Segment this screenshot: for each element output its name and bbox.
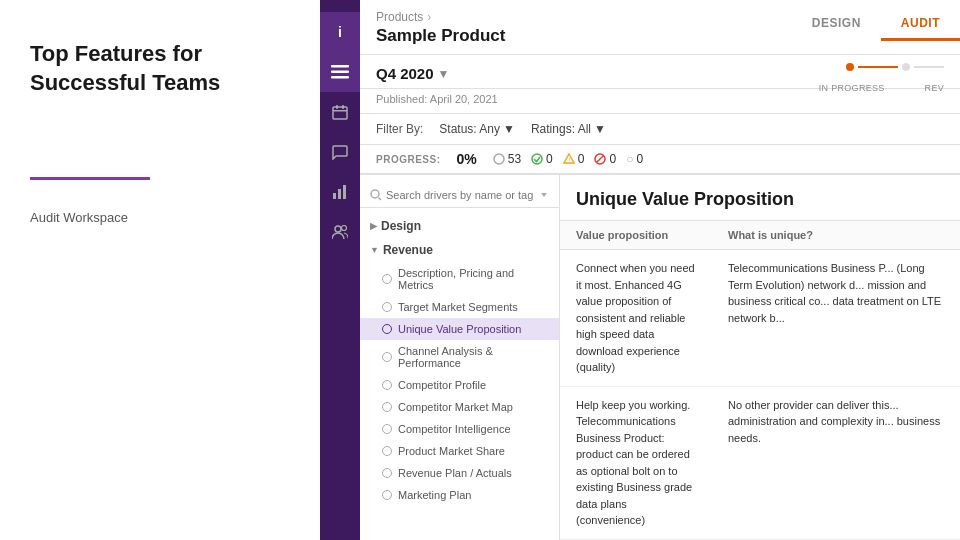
svg-point-12 [494,154,504,164]
quarter-label: Q4 2020 [376,65,434,82]
table-cell-value: Connect when you need it most. Enhanced … [560,250,712,387]
nav-tree: ▶ Design ▼ Revenue Description, Pricing … [360,175,560,540]
nav-icon-calendar[interactable] [320,92,360,132]
warning-icon: ! [563,153,575,165]
nav-icon-chart[interactable] [320,172,360,212]
prog-group-c1: 0 [531,152,553,166]
prog-group-c4: ○ 0 [626,152,643,166]
tree-child-market-share[interactable]: Product Market Share [360,440,559,462]
table-cell-unique: No other provider can deliver this... ad… [712,386,960,539]
item-dot [382,468,392,478]
design-label: Design [381,219,421,233]
timeline-line-2 [914,66,944,68]
tree-child-competitor-intel[interactable]: Competitor Intelligence [360,418,559,440]
workspace-label: Audit Workspace [30,210,290,225]
page-heading: Top Features for Successful Teams [30,40,290,97]
progress-row: PROGRESS: 0% 53 0 ! 0 0 [360,145,960,175]
published-label: Published: April 20, 2021 [376,93,498,105]
quarter-selector[interactable]: Q4 2020 ▼ [376,65,449,82]
item-dot [382,424,392,434]
sidebar-nav: i [320,0,360,540]
content-header: Products › Sample Product DESIGN AUDIT [360,0,960,55]
item-dot [382,302,392,312]
tree-child-uvp[interactable]: Unique Value Proposition [360,318,559,340]
progress-label: PROGRESS: [376,154,441,165]
timeline-review: REV [925,83,944,93]
zero-icon: ○ [626,152,633,166]
table-cell-value: Help keep you working. Telecommunication… [560,386,712,539]
content-panel: Products › Sample Product DESIGN AUDIT Q… [360,0,960,540]
table-cell-unique: Telecommunications Business P... (Long T… [712,250,960,387]
nav-icon-chat[interactable] [320,132,360,172]
item-dot [382,352,392,362]
svg-point-17 [371,190,379,198]
circle-icon [493,153,505,165]
left-panel: Top Features for Successful Teams Audit … [0,0,320,540]
svg-point-10 [335,226,341,232]
tree-child-competitor-map[interactable]: Competitor Market Map [360,396,559,418]
prog-group-c2: ! 0 [563,152,585,166]
tree-design-section: ▶ Design [360,214,559,238]
item-dot [382,380,392,390]
status-filter[interactable]: Status: Any ▼ [439,122,515,136]
timeline-dot-progress [846,63,854,71]
tree-child-competitor-profile[interactable]: Competitor Profile [360,374,559,396]
item-dot [382,402,392,412]
item-dot [382,446,392,456]
tree-child-marketing-plan[interactable]: Marketing Plan [360,484,559,506]
design-arrow: ▶ [370,221,377,231]
users-icon [332,225,348,239]
prog-group-total: 53 [493,152,521,166]
tree-parent-revenue[interactable]: ▼ Revenue [360,238,559,262]
svg-point-13 [532,154,542,164]
chat-icon [332,144,348,160]
svg-point-11 [342,226,347,231]
tab-design[interactable]: DESIGN [792,8,881,41]
chart-icon [332,184,348,200]
timeline-line-1 [858,66,898,68]
table-row: Help keep you working. Telecommunication… [560,386,960,539]
progress-icons: 53 0 ! 0 0 ○ 0 [493,152,643,166]
tab-audit[interactable]: AUDIT [881,8,960,41]
col-header-value: Value proposition [560,221,712,250]
nav-icon-users[interactable] [320,212,360,252]
svg-rect-3 [333,107,347,119]
svg-rect-1 [331,71,349,74]
breadcrumb-parent[interactable]: Products [376,10,423,24]
tree-child-channel[interactable]: Channel Analysis & Performance [360,340,559,374]
svg-rect-2 [331,76,349,79]
revenue-arrow: ▼ [370,245,379,255]
main-area: i [320,0,960,540]
divider [30,177,150,180]
timeline-in-progress: IN PROGRESS [819,83,885,93]
search-box[interactable] [360,183,559,208]
table-area: Unique Value Proposition Value propositi… [560,175,960,540]
search-dropdown-arrow [539,190,549,200]
table-row: Connect when you need it most. Enhanced … [560,250,960,387]
data-table: Value proposition What is unique? Connec… [560,221,960,540]
col-header-unique: What is unique? [712,221,960,250]
svg-rect-4 [336,105,338,109]
calendar-icon [332,104,348,120]
tree-child-revenue-plan[interactable]: Revenue Plan / Actuals [360,462,559,484]
block-icon [594,153,606,165]
svg-rect-9 [343,185,346,199]
svg-rect-5 [342,105,344,109]
svg-rect-0 [331,65,349,68]
svg-rect-6 [333,110,347,112]
nav-icon-list[interactable] [320,52,360,92]
tree-revenue-section: ▼ Revenue Description, Pricing and Metri… [360,238,559,506]
ratings-filter[interactable]: Ratings: All ▼ [531,122,606,136]
ratings-dropdown-arrow: ▼ [594,122,606,136]
filter-row: Filter By: Status: Any ▼ Ratings: All ▼ [360,114,960,145]
tree-child-target-market[interactable]: Target Market Segments [360,296,559,318]
svg-line-16 [597,156,603,162]
progress-value: 0% [457,151,477,167]
search-input[interactable] [386,189,535,201]
svg-rect-8 [338,189,341,199]
nav-icon-info[interactable]: i [320,12,360,52]
tree-child-description[interactable]: Description, Pricing and Metrics [360,262,559,296]
item-dot [382,324,392,334]
tree-parent-design[interactable]: ▶ Design [360,214,559,238]
revenue-label: Revenue [383,243,433,257]
